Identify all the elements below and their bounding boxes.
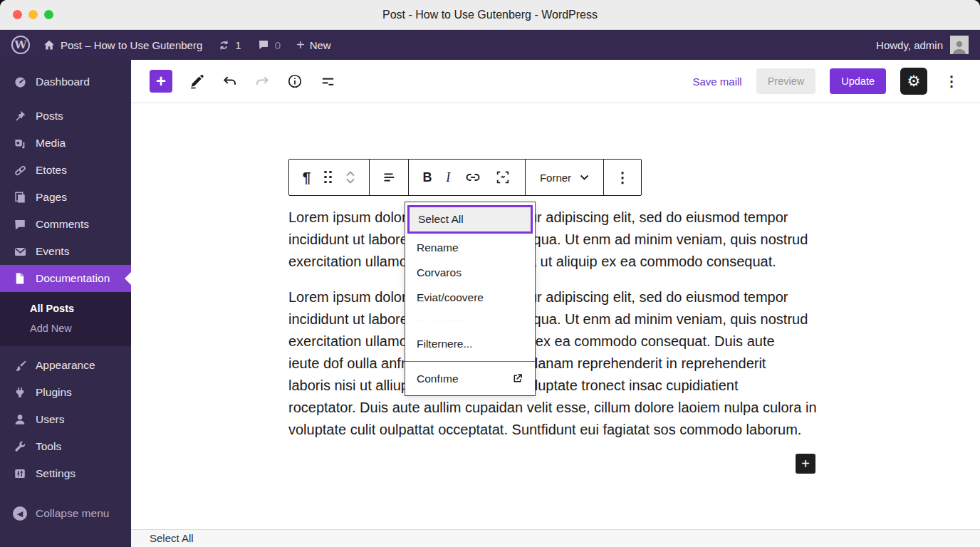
options-kebab-menu[interactable]: ⋮ <box>942 73 961 90</box>
block-toolbar: ¶ B I Forner <box>288 159 642 196</box>
menu-item-confime[interactable]: Confıme <box>405 362 535 395</box>
plus-icon: + <box>296 37 305 53</box>
user-icon <box>13 412 27 427</box>
sidebar-item-posts[interactable]: Posts <box>0 103 131 130</box>
list-view-icon[interactable] <box>319 73 336 90</box>
pin-icon <box>13 109 27 123</box>
revisions-count: 1 <box>235 39 241 51</box>
sidebar-item-appearance[interactable]: Appearance <box>0 352 131 379</box>
text-line: laboris nisi ut alliup ex ea irure dolor… <box>288 375 817 397</box>
sidebar-label: Appearance <box>36 359 95 372</box>
window-title: Post - How to Use Gutenberg - WordPress <box>0 0 980 30</box>
sidebar-item-media[interactable]: Media <box>0 130 131 157</box>
documentation-submenu: All Posts Add New <box>0 292 131 346</box>
sidebar-item-tools[interactable]: Tools <box>0 433 131 460</box>
block-inserter-toggle-button[interactable]: + <box>150 70 172 93</box>
italic-button[interactable]: I <box>446 170 450 185</box>
media-icon <box>13 136 27 150</box>
sidebar-label: Plugins <box>36 386 72 399</box>
text-line: incididunt ut labore et dolore magna ali… <box>288 308 817 330</box>
text-line: voluptate culit oulpattat occeptatat. Su… <box>288 419 817 441</box>
admin-bar-comments[interactable]: 0 <box>257 38 281 51</box>
save-draft-link[interactable]: Save maill <box>692 75 741 88</box>
sidebar-item-pages[interactable]: Pages <box>0 184 131 211</box>
menu-item-corvaros[interactable]: Corvaros <box>405 260 535 285</box>
comments-count: 0 <box>275 39 281 51</box>
paragraph-block-2[interactable]: Lorem ipsum dolor sit amet, consectetur … <box>288 286 817 441</box>
info-details-icon[interactable] <box>286 73 303 90</box>
sidebar-item-etotes[interactable]: Etotes <box>0 157 131 184</box>
context-menu: Select All Rename Corvaros Eviat/coovere… <box>405 202 536 396</box>
admin-bar-page-title: Post – How to Use Gutenberg <box>61 39 202 51</box>
titlebar: Post - How to Use Gutenberg - WordPress <box>0 0 980 30</box>
chain-link-icon <box>13 163 27 177</box>
editor-header: + Save maill Preview Update ⚙ ⋮ <box>131 60 980 103</box>
move-up-down-buttons[interactable] <box>345 171 355 184</box>
block-options-kebab[interactable]: ⋮ <box>612 169 632 186</box>
wp-admin-bar: W Post – How to Use Gutenberg 1 0 + New … <box>0 30 980 60</box>
transform-dropdown[interactable]: Forner <box>530 172 599 184</box>
text-line: Lorem ipsum dolor sit amet, consectetur … <box>288 286 817 308</box>
sidebar-label: Pages <box>36 191 67 204</box>
admin-bar-new[interactable]: + New <box>296 37 331 53</box>
comment-bubble-icon <box>257 38 270 51</box>
menu-item-rename[interactable]: Rename <box>405 235 535 260</box>
collapse-menu-label: Collapse menu <box>36 507 109 520</box>
admin-bar-revisions[interactable]: 1 <box>218 39 241 51</box>
paragraph-block-icon[interactable]: ¶ <box>303 169 311 186</box>
preview-button[interactable]: Preview <box>756 68 816 94</box>
drag-handle-icon[interactable] <box>324 171 332 184</box>
update-button[interactable]: Update <box>830 68 886 94</box>
sidebar-label: Events <box>36 245 69 258</box>
transform-dropdown-label: Forner <box>540 172 571 184</box>
text-line: Lorem ipsum dolor sit amet, consectetur … <box>288 207 808 229</box>
user-avatar[interactable] <box>950 36 969 54</box>
sidebar-item-documentation[interactable]: Documentation <box>0 265 131 292</box>
active-menu-arrow <box>125 272 131 285</box>
envelope-icon <box>13 244 27 259</box>
menu-item-confime-label: Confıme <box>417 373 459 385</box>
sidebar-item-plugins[interactable]: Plugins <box>0 379 131 406</box>
sidebar-label: Posts <box>36 110 63 123</box>
pages-icon <box>13 190 27 204</box>
dashboard-icon <box>13 75 27 89</box>
collapse-menu-button[interactable]: ◀ Collapse menu <box>0 500 131 527</box>
wordpress-logo-icon[interactable]: W <box>11 36 30 54</box>
undo-icon[interactable] <box>221 73 238 90</box>
text-line: exercitation ullamo laboris nisi et aliq… <box>288 251 808 273</box>
menu-item-filternere[interactable]: Filternere... <box>405 331 535 356</box>
add-block-button[interactable]: + <box>796 454 815 474</box>
sidebar-item-settings[interactable]: Settings <box>0 460 131 487</box>
submenu-add-new[interactable]: Add New <box>0 318 131 338</box>
edit-tool-pencil-icon[interactable] <box>188 73 205 90</box>
status-bar: Select All <box>131 529 980 547</box>
admin-sidebar: Dashboard Posts Media Etotes Pages <box>0 60 131 547</box>
menu-item-select-all[interactable]: Select All <box>407 205 533 234</box>
paragraph-block-1[interactable]: Lorem ipsum dolor sit amet, consectetur … <box>288 207 808 273</box>
redo-icon[interactable] <box>254 73 271 90</box>
settings-gear-button[interactable]: ⚙ <box>900 68 927 95</box>
admin-bar-site-link[interactable]: Post – How to Use Gutenberg <box>43 38 202 51</box>
wrench-icon <box>13 439 27 454</box>
link-button[interactable] <box>464 169 481 186</box>
text-line: incididunt ut labore et dolore magna ali… <box>288 229 808 251</box>
submenu-all-posts[interactable]: All Posts <box>0 298 131 318</box>
sidebar-item-events[interactable]: Events <box>0 238 131 265</box>
sidebar-label: Comments <box>36 218 89 231</box>
document-icon <box>13 271 27 286</box>
howdy-admin-link[interactable]: Howdy, admin <box>876 39 943 51</box>
sidebar-item-comments[interactable]: Comments <box>0 211 131 238</box>
bold-button[interactable]: B <box>423 170 432 185</box>
sidebar-label: Tools <box>36 440 61 453</box>
align-text-icon[interactable] <box>381 170 397 185</box>
menu-item-disabled: ·· · ··· ···· <box>405 310 535 331</box>
text-line: roceptator. Duis aute aullim cupaidan ve… <box>288 397 817 419</box>
menu-item-eviat-coovere[interactable]: Eviat/coovere <box>405 285 535 310</box>
home-icon <box>43 38 56 51</box>
plug-icon <box>13 385 27 400</box>
highlight-brackets-icon[interactable] <box>495 170 511 185</box>
sidebar-item-users[interactable]: Users <box>0 406 131 433</box>
text-line: exercitation ullamo laboris nisi aliquip… <box>288 330 817 353</box>
sidebar-item-dashboard[interactable]: Dashboard <box>0 68 131 95</box>
collapse-arrow-icon: ◀ <box>13 506 27 521</box>
